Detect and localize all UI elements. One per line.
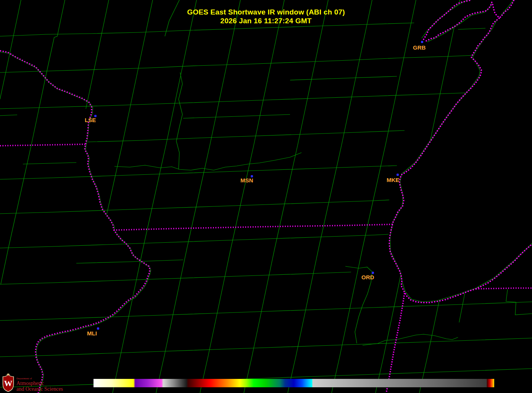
- station-label-grb: GRB: [413, 44, 426, 51]
- branding-dept: Department of: [16, 377, 63, 380]
- product-title-line1: GOES East Shortwave IR window (ABI ch 07…: [0, 8, 532, 16]
- in-mi-border: [476, 288, 532, 289]
- station-label-mke: MKE: [387, 177, 399, 183]
- station-label-msn: MSN: [240, 177, 253, 184]
- station-dot-mli: [97, 327, 99, 330]
- wi-il-border: [114, 224, 392, 230]
- lake-michigan-fill: [390, 0, 532, 303]
- mississippi-river-border: [0, 51, 150, 393]
- satellite-image-viewport: GOES East Shortwave IR window (ABI ch 07…: [0, 0, 532, 393]
- uw-crest-logo: W: [2, 374, 14, 392]
- station-dot-grb: [421, 41, 423, 43]
- station-label-mli: MLI: [87, 330, 97, 337]
- branding-line2: and Oceanic Sciences: [16, 387, 63, 392]
- station-dot-mke: [397, 174, 399, 176]
- mn-ia-border: [0, 144, 85, 146]
- branding: W Department of Atmospheric and Oceanic …: [2, 374, 63, 392]
- branding-text: Department of Atmospheric and Oceanic Sc…: [16, 377, 63, 392]
- station-label-ord: ORD: [361, 274, 374, 280]
- temperature-colorbar: [94, 379, 494, 387]
- product-title-line2: 2026 Jan 16 11:27:24 GMT: [0, 16, 532, 25]
- branding-line1: Atmospheric: [16, 381, 63, 386]
- svg-text:W: W: [4, 379, 13, 388]
- product-title: GOES East Shortwave IR window (ABI ch 07…: [0, 8, 532, 25]
- map-overlay: [0, 0, 532, 393]
- station-label-lse: LSE: [85, 117, 96, 123]
